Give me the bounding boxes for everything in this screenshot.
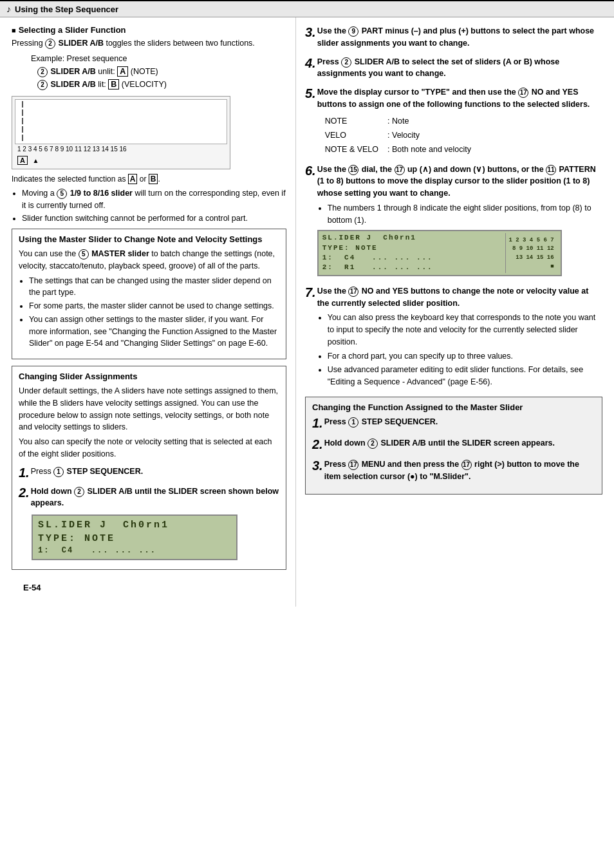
step6-bullets: The numbers 1 through 8 indicate the eig…	[328, 202, 602, 227]
step-num-r4: 4.	[305, 56, 316, 71]
section1-intro: Pressing 2 SLIDER A/B toggles the slider…	[12, 37, 286, 50]
slider-diagram: 1 2 3 4 5 6 7 8 9 10 11 12 13 14 15 16 A…	[12, 96, 230, 169]
master-step-num-1: 1.	[312, 416, 323, 431]
step-num-r5: 5.	[305, 86, 316, 101]
master-step-3-content: Press 17 MENU and then press the 17 righ…	[324, 458, 595, 483]
master-bullet-2: For some parts, the master slider cannot…	[29, 300, 279, 312]
master-step-num-3: 3.	[312, 458, 323, 473]
circle-2a: 2	[45, 39, 55, 49]
master-step-2-content: Hold down 2 SLIDER A/B until the SLIDER …	[324, 437, 595, 449]
bullet-2: Slider function switching cannot be perf…	[22, 212, 286, 225]
header-title: Using the Step Sequencer	[15, 5, 118, 14]
master-bullet-3: You can assign other settings to the mas…	[29, 314, 279, 350]
circle-2b: 2	[37, 67, 48, 77]
circle-9: 9	[348, 26, 358, 37]
master-section-title: Changing the Function Assigned to the Ma…	[312, 402, 595, 412]
circle-2d: 2	[74, 487, 84, 497]
step-num-2: 2.	[19, 486, 30, 500]
circle-17a: 17	[518, 88, 528, 98]
circle-2c: 2	[37, 80, 48, 90]
circle-15: 15	[348, 165, 358, 175]
lcd-display-right: SL.IDER J Ch0rn1 TYPE: NOTE 1: C4 ... ..…	[317, 230, 562, 276]
lcd-r-line-3: 1: C4 ... ... ...	[322, 253, 505, 263]
master-step-1-content: Press 1 STEP SEQUENCER.	[324, 416, 595, 428]
circle-11: 11	[546, 165, 556, 175]
circle-1a: 1	[53, 467, 64, 477]
section2-bullets: The settings that can be changed using t…	[29, 275, 279, 350]
music-icon: ♪	[6, 4, 11, 14]
indicator-text: Indicates the selected function as A or …	[12, 175, 286, 184]
lcd-display-left: SL.IDER J Ch0rn1 TYPE: NOTE 1: C4 ... ..…	[32, 514, 237, 560]
circle-5b: 5	[79, 249, 89, 259]
lcd-r-line-2: TYPE: NOTE	[322, 243, 505, 253]
right-step-4: 4. Press 2 SLIDER A/B to select the set …	[305, 56, 602, 80]
step-num-r7: 7.	[305, 285, 316, 300]
right-column: 3. Use the 9 PART minus (–) and plus (+)…	[296, 17, 614, 607]
right-step-3: 3. Use the 9 PART minus (–) and plus (+)…	[305, 25, 602, 50]
header-bar: ♪ Using the Step Sequencer	[0, 0, 614, 17]
step-num-r6: 6.	[305, 164, 316, 178]
step-num-1: 1.	[19, 466, 30, 480]
section1-bullets: Moving a 5 1/9 to 8/16 slider will turn …	[22, 187, 286, 225]
section3-intro2: You also can specify the note or velocit…	[19, 436, 279, 460]
lcd-line-3: 1: C4 ... ... ...	[38, 545, 231, 556]
velo-value: : Velocity	[387, 129, 479, 142]
step-r4-content: Press 2 SLIDER A/B to select the set of …	[317, 56, 602, 80]
section-changing-assignments: Changing Slider Assignments Under defaul…	[12, 366, 286, 570]
section-master-slider: Using the Master Slider to Change Note a…	[12, 229, 286, 359]
master-step-3: 3. Press 17 MENU and then press the 17 r…	[312, 458, 595, 483]
left-step-2: 2. Hold down 2 SLIDER A/B until the SLID…	[19, 486, 279, 510]
lcd-line-1: SL.IDER J Ch0rn1	[38, 518, 231, 532]
circle-1b: 1	[348, 417, 358, 428]
section3-title: Changing Slider Assignments	[19, 372, 279, 381]
note-value: : Note	[387, 115, 479, 127]
right-step-6: 6. Use the 15 dial, the 17 up (∧) and do…	[305, 164, 602, 279]
page-footer: E-54	[12, 576, 286, 599]
circle-17e: 17	[461, 460, 472, 470]
page-number: E-54	[23, 583, 41, 592]
section3-intro1: Under default settings, the A sliders ha…	[19, 385, 279, 433]
step-r5-content: Move the display cursor to "TYPE" and th…	[317, 86, 602, 157]
function-table: NOTE : Note VELO : Velocity NOTE & VELO …	[324, 113, 480, 157]
master-bullet-1: The settings that can be changed using t…	[29, 275, 279, 299]
step-r3-content: Use the 9 PART minus (–) and plus (+) bu…	[317, 25, 602, 50]
step-num-r3: 3.	[305, 25, 316, 40]
step-r7-content: Use the 17 NO and YES buttons to change …	[317, 285, 602, 390]
step7-bullet-2: For a chord part, you can specify up to …	[328, 350, 602, 363]
page: ♪ Using the Step Sequencer Selecting a S…	[0, 0, 614, 868]
note-velo-value: : Both note and velocity	[387, 143, 479, 156]
section-master-function: Changing the Function Assigned to the Ma…	[305, 397, 602, 495]
example-block: Example: Preset sequence 2 SLIDER A/B un…	[12, 52, 286, 91]
step-2-content: Hold down 2 SLIDER A/B until the SLIDER …	[31, 486, 279, 510]
right-step-7: 7. Use the 17 NO and YES buttons to chan…	[305, 285, 602, 390]
note-velo-label: NOTE & VELO	[325, 143, 386, 156]
circle-17d: 17	[348, 460, 358, 470]
lcd-r-line-1: SL.IDER J Ch0rn1	[322, 233, 505, 243]
lcd-r-line-4: 2: R1 ... ... ...	[322, 263, 505, 272]
circle-17b: 17	[395, 165, 405, 175]
step7-bullet-3: Use advanced parameter editing to edit s…	[328, 364, 602, 388]
bullet-1: Moving a 5 1/9 to 8/16 slider will turn …	[22, 187, 286, 212]
master-step-1: 1. Press 1 STEP SEQUENCER.	[312, 416, 595, 431]
step7-bullet-1: You can also press the keyboard key that…	[328, 312, 602, 348]
velo-label: VELO	[325, 129, 386, 142]
circle-2e: 2	[341, 57, 351, 68]
right-step-5: 5. Move the display cursor to "TYPE" and…	[305, 86, 602, 157]
master-step-num-2: 2.	[312, 437, 323, 452]
section2-title: Using the Master Slider to Change Note a…	[19, 234, 279, 244]
lcd-line-2: TYPE: NOTE	[38, 532, 231, 545]
step7-bullets: You can also press the keyboard key that…	[328, 312, 602, 388]
step-r6-content: Use the 15 dial, the 17 up (∧) and down …	[317, 164, 602, 279]
master-step-2: 2. Hold down 2 SLIDER A/B until the SLID…	[312, 437, 595, 452]
section-selecting-slider: Selecting a Slider Function Pressing 2 S…	[12, 25, 286, 225]
section1-title: Selecting a Slider Function	[12, 25, 286, 35]
section2-intro: You can use the 5 MASTER slider to batch…	[19, 248, 279, 272]
left-column: Selecting a Slider Function Pressing 2 S…	[0, 17, 296, 607]
left-step-1: 1. Press 1 STEP SEQUENCER.	[19, 466, 279, 480]
step-1-content: Press 1 STEP SEQUENCER.	[31, 466, 279, 478]
note-label: NOTE	[325, 115, 386, 127]
circle-2f: 2	[367, 439, 378, 449]
step6-bullet-1: The numbers 1 through 8 indicate the eig…	[328, 202, 602, 227]
circle-17c: 17	[348, 287, 358, 297]
circle-5a: 5	[57, 189, 67, 199]
